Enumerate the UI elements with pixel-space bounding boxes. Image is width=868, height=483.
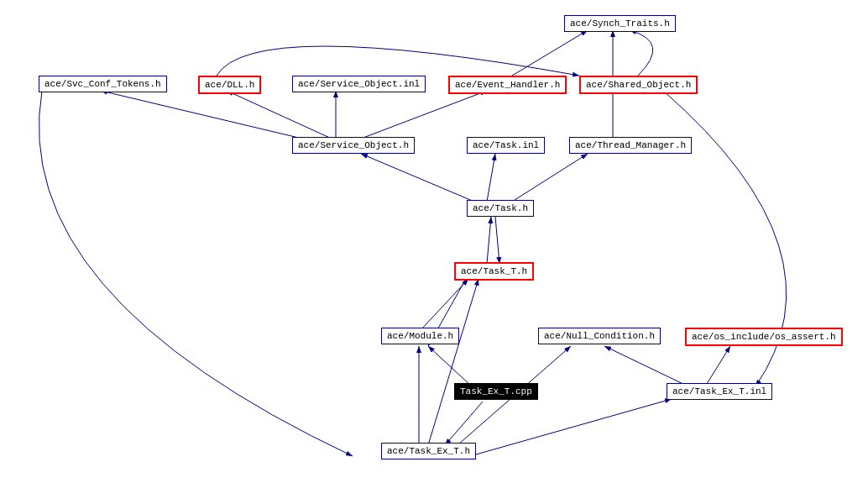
node-task-ex-t-cpp[interactable]: Task_Ex_T.cpp <box>454 383 538 400</box>
node-null-condition[interactable]: ace/Null_Condition.h <box>538 328 661 344</box>
svg-line-15 <box>227 91 332 139</box>
node-task-t[interactable]: ace/Task_T.h <box>454 262 534 281</box>
node-svc-conf-tokens[interactable]: ace/Svc_Conf_Tokens.h <box>39 76 167 92</box>
node-service-object-h[interactable]: ace/Service_Object.h <box>292 137 415 154</box>
node-dll[interactable]: ace/DLL.h <box>198 76 261 94</box>
svg-line-18 <box>361 91 487 139</box>
svg-line-13 <box>487 154 495 202</box>
svg-line-21 <box>420 279 468 331</box>
svg-line-10 <box>495 217 499 264</box>
svg-line-17 <box>101 91 302 139</box>
node-module-h[interactable]: ace/Module.h <box>381 328 459 344</box>
node-task-h[interactable]: ace/Task.h <box>467 200 534 217</box>
svg-line-5 <box>445 402 483 445</box>
node-service-object-inl[interactable]: ace/Service_Object.inl <box>292 76 426 92</box>
svg-line-14 <box>512 154 588 202</box>
svg-line-6 <box>428 346 472 386</box>
node-os-assert[interactable]: ace/os_include/os_assert.h <box>685 328 843 346</box>
diagram-container: ace/Synch_Traits.h ace/Svc_Conf_Tokens.h… <box>0 0 868 483</box>
node-shared-object[interactable]: ace/Shared_Object.h <box>579 76 698 94</box>
svg-line-22 <box>445 346 571 456</box>
dependency-graph-svg <box>0 0 868 483</box>
svg-line-9 <box>487 217 491 264</box>
svg-line-7 <box>705 346 730 386</box>
node-task-ex-t-h[interactable]: ace/Task_Ex_T.h <box>381 443 476 459</box>
svg-line-3 <box>428 279 478 445</box>
node-thread-manager[interactable]: ace/Thread_Manager.h <box>569 137 692 154</box>
node-task-ex-t-inl[interactable]: ace/Task_Ex_T.inl <box>667 383 772 400</box>
svg-line-12 <box>361 154 474 202</box>
node-synch-traits[interactable]: ace/Synch_Traits.h <box>564 15 676 32</box>
node-event-handler[interactable]: ace/Event_Handler.h <box>448 76 567 94</box>
node-task-inl[interactable]: ace/Task.inl <box>467 137 545 154</box>
svg-line-20 <box>512 30 588 76</box>
svg-line-8 <box>604 346 688 386</box>
